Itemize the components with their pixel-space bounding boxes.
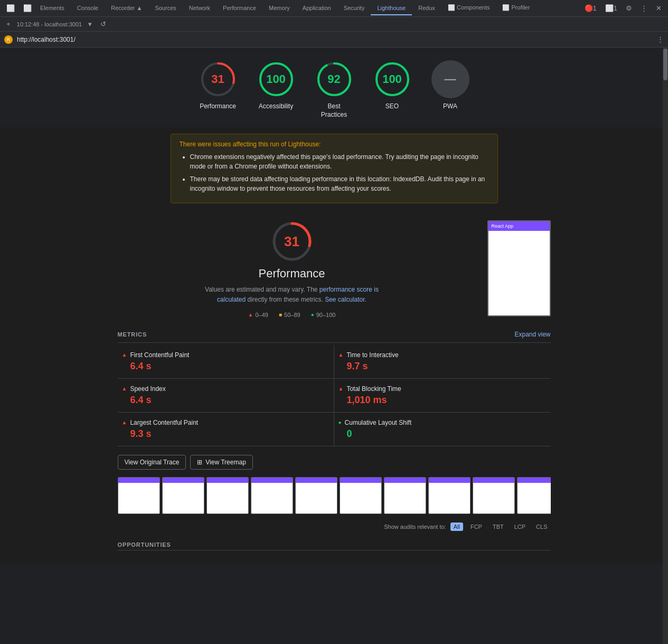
score-pwa: — PWA <box>421 60 479 119</box>
tab-application[interactable]: Application <box>296 2 337 15</box>
metrics-section: METRICS Expand view ▲ First Contentful P… <box>118 331 551 446</box>
metric-tti: ▲ Time to Interactive 9.7 s <box>334 345 551 379</box>
devtools-left-icons: ⬜ ⬜ <box>4 3 34 13</box>
filmstrip-img-9 <box>473 477 515 514</box>
tab-elements[interactable]: Elements <box>34 2 71 15</box>
audit-filter: Show audits relevant to: All FCP TBT LCP… <box>118 522 551 531</box>
filmstrip-img-6 <box>340 477 382 514</box>
device-icon[interactable]: ⬜ <box>21 3 34 13</box>
filter-all-button[interactable]: All <box>450 522 463 531</box>
inspect-icon[interactable]: ⬜ <box>4 3 17 13</box>
score-value-best-practices: 92 <box>327 72 340 86</box>
perf-left: 31 Performance Values are estimated and … <box>118 220 466 318</box>
notifications-icon[interactable]: 🔴1 <box>582 3 599 13</box>
triangle-icon-fcp: ▲ <box>122 352 127 358</box>
score-circle-pwa: — <box>431 60 469 98</box>
refresh-icon[interactable]: ↺ <box>98 19 108 29</box>
scores-section: 31 Performance 100 Accessibility <box>0 48 668 127</box>
filter-tbt-button[interactable]: TBT <box>490 522 507 531</box>
tab-recorder[interactable]: Recorder ▲ <box>105 2 148 15</box>
legend-low: ▲ 0–49 <box>248 312 268 318</box>
filmstrip-img-4 <box>251 477 293 514</box>
score-value-performance: 31 <box>211 72 224 86</box>
triangle-icon-tbt: ▲ <box>338 386 344 391</box>
console-drawer-icon[interactable]: ⬜1 <box>603 3 619 13</box>
view-treemap-button[interactable]: ⊞ View Treemap <box>190 455 252 470</box>
metric-value-lcp: 9.3 s <box>122 428 330 440</box>
warning-item-2: There may be stored data affecting loadi… <box>190 174 489 193</box>
filmstrip-frame-8 <box>428 476 471 514</box>
legend-high: ● 90–100 <box>311 312 336 318</box>
address-menu-icon[interactable]: ⋮ <box>657 35 664 43</box>
metric-name-cls: Cumulative Layout Shift <box>345 419 412 426</box>
tab-redux[interactable]: Redux <box>412 2 441 15</box>
filmstrip-frame-1 <box>118 476 160 514</box>
tab-profiler[interactable]: ⬜ Profiler <box>496 1 536 15</box>
perf-legend: ▲ 0–49 ■ 50–89 ● 90–100 <box>118 312 466 318</box>
metric-name-tbt: Total Blocking Time <box>346 385 401 393</box>
score-value-pwa: — <box>445 72 456 86</box>
filter-cls-button[interactable]: CLS <box>533 522 550 531</box>
score-accessibility: 100 Accessibility <box>247 60 305 119</box>
warning-list: Chrome extensions negatively affected th… <box>180 152 489 193</box>
filmstrip-frame-5 <box>295 476 337 514</box>
filmstrip-frame-3 <box>206 476 249 514</box>
metric-si: ▲ Speed Index 6.4 s <box>118 379 334 413</box>
metrics-header: METRICS Expand view <box>118 331 551 338</box>
filter-fcp-button[interactable]: FCP <box>467 522 485 531</box>
metric-name-si: Speed Index <box>130 385 165 393</box>
perf-score-large: 31 Performance Values are estimated and … <box>118 220 466 305</box>
view-original-trace-button[interactable]: View Original Trace <box>118 455 186 470</box>
scrollbar-thumb[interactable] <box>663 49 667 80</box>
buttons-row: View Original Trace ⊞ View Treemap <box>118 455 551 470</box>
tab-lighthouse[interactable]: Lighthouse <box>371 2 412 15</box>
score-best-practices: 92 BestPractices <box>305 60 363 119</box>
tab-console[interactable]: Console <box>71 2 105 15</box>
triangle-icon-red: ▲ <box>248 312 253 318</box>
scrollbar-track[interactable] <box>663 48 668 644</box>
devtools-topbar: ⬜ ⬜ Elements Console Recorder ▲ Sources … <box>0 0 668 17</box>
add-tab-icon[interactable]: + <box>4 19 13 29</box>
tab-network[interactable]: Network <box>183 2 217 15</box>
triangle-icon-lcp: ▲ <box>122 419 127 425</box>
perf-see-calc-link[interactable]: See calculator. <box>325 296 366 303</box>
metric-tbt: ▲ Total Blocking Time 1,010 ms <box>334 379 551 413</box>
tab-components[interactable]: ⬜ Components <box>441 1 496 15</box>
chevron-down-icon[interactable]: ▾ <box>86 19 94 29</box>
address-url: http://localhost:3001/ <box>17 36 76 43</box>
metric-value-fcp: 6.4 s <box>122 361 330 372</box>
score-circle-accessibility: 100 <box>257 60 295 98</box>
favicon: R <box>4 35 13 44</box>
devtools-tabs: Elements Console Recorder ▲ Sources Netw… <box>34 1 582 15</box>
score-circle-performance: 31 <box>199 60 237 98</box>
tab-performance[interactable]: Performance <box>217 2 262 15</box>
toolbar-time: 10:12:48 - localhost:3001 <box>17 21 82 27</box>
tab-security[interactable]: Security <box>337 2 371 15</box>
square-icon-orange: ■ <box>279 312 282 318</box>
filmstrip <box>118 476 551 514</box>
screenshot-box: React App <box>487 220 551 316</box>
circle-icon-cls: ● <box>338 419 342 425</box>
filter-lcp-button[interactable]: LCP <box>511 522 529 531</box>
audit-filter-label: Show audits relevant to: <box>384 524 446 530</box>
treemap-icon: ⊞ <box>197 459 202 466</box>
more-icon[interactable]: ⋮ <box>638 3 650 13</box>
tab-sources[interactable]: Sources <box>148 2 182 15</box>
triangle-icon-si: ▲ <box>122 386 127 391</box>
devtools-toolbar2: + 10:12:48 - localhost:3001 ▾ ↺ <box>0 17 668 32</box>
perf-top: 31 Performance Values are estimated and … <box>118 220 551 318</box>
legend-mid: ■ 50–89 <box>279 312 300 318</box>
expand-view-button[interactable]: Expand view <box>514 331 550 338</box>
filmstrip-img-1 <box>118 477 160 514</box>
filmstrip-frame-4 <box>251 476 293 514</box>
close-icon[interactable]: ✕ <box>654 3 664 13</box>
perf-desc: Values are estimated and may vary. The p… <box>192 285 392 305</box>
perf-score-value: 31 <box>284 234 299 250</box>
tab-memory[interactable]: Memory <box>262 2 296 15</box>
opportunities-section: OPPORTUNITIES <box>118 537 551 550</box>
score-label-best-practices: BestPractices <box>321 102 347 119</box>
settings-icon[interactable]: ⚙ <box>624 3 634 13</box>
filmstrip-img-5 <box>295 477 337 514</box>
circle-icon-green: ● <box>311 312 314 318</box>
opportunities-divider <box>118 550 551 550</box>
